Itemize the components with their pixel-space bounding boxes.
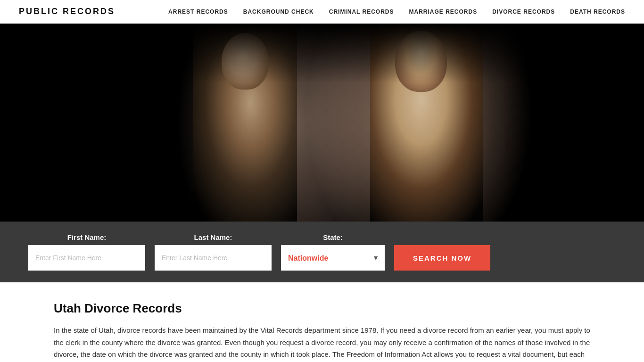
last-name-group: Last Name: <box>155 233 272 271</box>
nav-link-criminal-records[interactable]: CRIMINAL RECORDS <box>329 8 394 15</box>
hero-section <box>0 24 644 222</box>
state-select-wrapper: NationwideAlabamaAlaskaArizonaArkansasCa… <box>281 245 385 271</box>
content-section: Utah Divorce Records In the state of Uta… <box>0 282 644 362</box>
first-name-label: First Name: <box>28 233 145 241</box>
nav-link-background-check[interactable]: BACKGROUND CHECK <box>243 8 314 15</box>
last-name-input[interactable] <box>155 245 272 271</box>
first-name-input[interactable] <box>28 245 145 271</box>
nav-link-divorce-records[interactable]: DIVORCE RECORDS <box>492 8 555 15</box>
state-select[interactable]: NationwideAlabamaAlaskaArizonaArkansasCa… <box>281 245 385 271</box>
state-label: State: <box>281 233 385 241</box>
last-name-label: Last Name: <box>155 233 272 241</box>
nav-link-marriage-records[interactable]: MARRIAGE RECORDS <box>409 8 478 15</box>
nav-link-death-records[interactable]: DEATH RECORDS <box>570 8 625 15</box>
search-section: First Name: Last Name: State: Nationwide… <box>0 222 644 282</box>
state-group: State: NationwideAlabamaAlaskaArizonaArk… <box>281 233 385 271</box>
main-nav: ARREST RECORDSBACKGROUND CHECKCRIMINAL R… <box>168 8 625 15</box>
page-title: Utah Divorce Records <box>54 301 590 316</box>
site-logo: PUBLIC RECORDS <box>19 7 115 16</box>
nav-link-arrest-records[interactable]: ARREST RECORDS <box>168 8 228 15</box>
search-now-button[interactable]: SEARCH NOW <box>394 245 490 271</box>
hero-overlay-top <box>0 24 644 83</box>
content-paragraph: In the state of Utah, divorce records ha… <box>54 324 590 362</box>
first-name-group: First Name: <box>28 233 145 271</box>
site-header: PUBLIC RECORDS ARREST RECORDSBACKGROUND … <box>0 0 644 24</box>
